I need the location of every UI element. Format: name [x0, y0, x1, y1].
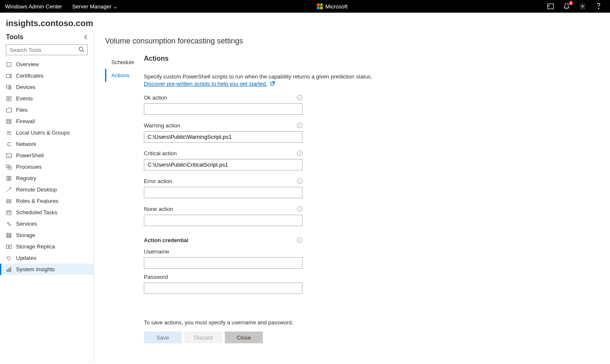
- info-icon[interactable]: i: [297, 206, 302, 212]
- username-input[interactable]: [144, 257, 302, 269]
- scheduled-icon: [6, 210, 12, 216]
- info-icon[interactable]: i: [297, 123, 302, 128]
- svg-rect-26: [9, 245, 11, 248]
- nav-label: Updates: [16, 255, 36, 261]
- nav-network[interactable]: Network: [0, 138, 94, 150]
- topbar-right: 4: [547, 3, 605, 10]
- critical-action-input[interactable]: [144, 159, 302, 170]
- info-icon[interactable]: i: [297, 237, 302, 243]
- notification-badge: 4: [569, 1, 573, 5]
- nav-system-insights[interactable]: System Insights: [0, 264, 94, 275]
- discover-scripts-link[interactable]: Discover pre-written scripts to help you…: [144, 81, 267, 87]
- credential-heading: Action credential: [144, 237, 188, 243]
- nav-label: Files: [16, 107, 27, 113]
- insights-icon: [6, 267, 12, 272]
- info-icon[interactable]: i: [297, 178, 302, 184]
- nav-label: Certificates: [16, 73, 43, 79]
- nav-roles-features[interactable]: Roles & Features: [0, 195, 94, 207]
- info-icon[interactable]: i: [297, 151, 302, 156]
- events-icon: [6, 96, 12, 102]
- product-name[interactable]: Windows Admin Center: [5, 3, 62, 10]
- warning-action-input[interactable]: [144, 131, 302, 143]
- close-button[interactable]: Close: [225, 332, 263, 343]
- nav-storage-replica[interactable]: Storage Replica: [0, 241, 94, 252]
- error-action-input[interactable]: [144, 187, 302, 198]
- help-icon[interactable]: [595, 3, 602, 10]
- nav-firewall[interactable]: Firewall: [0, 116, 94, 127]
- console-icon[interactable]: [547, 3, 554, 10]
- none-action-input[interactable]: [144, 215, 302, 226]
- scripts-link-line: Discover pre-written scripts to help you…: [144, 81, 610, 87]
- discard-button[interactable]: Discard: [184, 332, 222, 343]
- server-manager-dropdown[interactable]: Server Manager ⌄: [72, 3, 118, 10]
- registry-icon: [6, 175, 12, 181]
- files-icon: [6, 107, 12, 113]
- nav-services[interactable]: Services: [0, 218, 94, 229]
- server-hostname: insights.contoso.com: [0, 13, 610, 31]
- microsoft-logo-icon: [317, 3, 323, 9]
- nav-label: Storage: [16, 232, 35, 238]
- tools-nav-list: Overview Certificates Devices Events Fil…: [0, 58, 94, 275]
- nav-certificates[interactable]: Certificates: [0, 70, 94, 81]
- users-icon: [6, 130, 12, 136]
- nav-remote-desktop[interactable]: Remote Desktop: [0, 184, 94, 195]
- nav-label: Network: [16, 141, 36, 147]
- firewall-icon: [6, 119, 12, 124]
- svg-rect-10: [7, 119, 11, 124]
- nav-label: System Insights: [16, 266, 55, 272]
- nav-label: Processes: [16, 164, 42, 170]
- nav-storage[interactable]: Storage: [0, 229, 94, 241]
- save-button[interactable]: Save: [144, 332, 182, 343]
- actions-panel: Actions Specify custom PowerShell script…: [140, 55, 610, 352]
- svg-point-11: [7, 131, 9, 133]
- nav-overview[interactable]: Overview: [0, 59, 94, 70]
- nav-events[interactable]: Events: [0, 93, 94, 104]
- search-icon[interactable]: [78, 46, 84, 52]
- nav-scheduled-tasks[interactable]: Scheduled Tasks: [0, 207, 94, 218]
- info-icon[interactable]: i: [297, 95, 302, 100]
- external-link-icon: [270, 81, 275, 86]
- nav-registry[interactable]: Registry: [0, 173, 94, 184]
- powershell-icon: [6, 153, 12, 159]
- settings-gear-icon[interactable]: [579, 3, 586, 10]
- nav-label: Local Users & Groups: [16, 129, 70, 136]
- network-icon: [6, 141, 12, 147]
- svg-point-20: [7, 222, 9, 224]
- ok-action-label: Ok action: [144, 94, 167, 101]
- nav-powershell[interactable]: PowerShell: [0, 150, 94, 161]
- storage-replica-icon: [6, 244, 12, 250]
- tools-title: Tools: [6, 33, 23, 41]
- nav-label: Remote Desktop: [16, 186, 57, 193]
- password-input[interactable]: [144, 283, 302, 294]
- nav-devices[interactable]: Devices: [0, 81, 94, 93]
- tab-schedule[interactable]: Schedule: [105, 56, 140, 69]
- button-row: Save Discard Close: [144, 332, 610, 343]
- nav-updates[interactable]: Updates: [0, 252, 94, 264]
- nav-label: Registry: [16, 175, 36, 181]
- search-tools-input[interactable]: [6, 44, 88, 55]
- ok-action-field: Ok actioni: [144, 94, 302, 115]
- nav-local-users[interactable]: Local Users & Groups: [0, 127, 94, 138]
- none-action-label: None action: [144, 206, 173, 212]
- svg-point-6: [10, 75, 11, 76]
- collapse-sidebar-icon[interactable]: [84, 34, 88, 40]
- nav-label: Events: [16, 95, 33, 102]
- ok-action-input[interactable]: [144, 103, 302, 115]
- svg-rect-25: [6, 245, 8, 248]
- dropdown-label: Server Manager: [72, 3, 111, 10]
- credential-heading-row: Action credential i: [144, 237, 302, 243]
- svg-rect-0: [548, 4, 553, 9]
- nav-processes[interactable]: Processes: [0, 161, 94, 173]
- nav-files[interactable]: Files: [0, 104, 94, 116]
- critical-action-field: Critical actioni: [144, 150, 302, 170]
- notifications-icon[interactable]: 4: [563, 3, 570, 10]
- tab-actions[interactable]: Actions: [105, 69, 140, 82]
- actions-description: Specify custom PowerShell scripts to run…: [144, 73, 610, 80]
- svg-point-2: [598, 8, 599, 9]
- svg-rect-27: [7, 270, 8, 272]
- svg-rect-24: [7, 237, 11, 237]
- roles-icon: [6, 198, 12, 204]
- nav-label: Firewall: [16, 118, 35, 124]
- nav-label: Roles & Features: [16, 198, 58, 204]
- brand-text: Microsoft: [325, 3, 348, 10]
